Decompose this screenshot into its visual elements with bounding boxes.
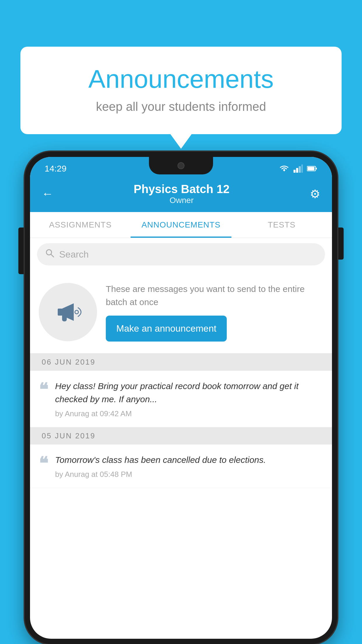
announcement-item-1[interactable]: ❝ Hey class! Bring your practical record…	[30, 371, 332, 427]
make-announcement-button[interactable]: Make an announcement	[106, 316, 227, 342]
announcement-meta-1: by Anurag at 09:42 AM	[55, 409, 323, 418]
quote-icon-1: ❝	[39, 381, 48, 399]
announcement-item-2[interactable]: ❝ Tomorrow's class has been cancelled du…	[30, 444, 332, 488]
bubble-subtitle: keep all your students informed	[44, 100, 318, 114]
svg-point-11	[75, 310, 78, 314]
svg-line-9	[51, 254, 54, 257]
status-time: 14:29	[45, 164, 66, 174]
svg-rect-6	[316, 168, 317, 169]
settings-button[interactable]: ⚙	[310, 187, 320, 201]
search-bar[interactable]: Search	[37, 243, 325, 265]
megaphone-icon	[53, 298, 82, 327]
svg-rect-10	[58, 309, 62, 316]
promo-text-group: These are messages you want to send to t…	[106, 282, 323, 342]
signal-icon	[294, 164, 303, 173]
tab-announcements[interactable]: ANNOUNCEMENTS	[131, 212, 231, 238]
status-icons	[279, 164, 317, 173]
svg-rect-1	[294, 170, 296, 173]
quote-icon-2: ❝	[39, 455, 48, 473]
svg-rect-7	[307, 167, 314, 170]
bubble-title: Announcements	[44, 64, 318, 94]
header-subtitle: Owner	[53, 196, 310, 205]
back-button[interactable]: ←	[42, 187, 53, 200]
phone-container: 14:29	[25, 152, 337, 644]
wifi-icon	[279, 164, 289, 173]
announcement-text-2: Tomorrow's class has been cancelled due …	[55, 453, 323, 466]
search-placeholder: Search	[59, 249, 89, 260]
header-title-group: Physics Batch 12 Owner	[53, 183, 310, 205]
svg-rect-2	[296, 168, 298, 173]
announcement-text-group-2: Tomorrow's class has been cancelled due …	[55, 453, 323, 479]
announcement-meta-2: by Anurag at 05:48 PM	[55, 470, 323, 479]
search-container: Search	[30, 238, 332, 271]
battery-icon	[307, 166, 317, 172]
phone-screen: 14:29	[30, 157, 332, 639]
promo-card: These are messages you want to send to t…	[30, 271, 332, 354]
search-icon	[45, 249, 55, 260]
announcement-icon-circle	[39, 283, 97, 341]
speech-bubble: Announcements keep all your students inf…	[20, 47, 342, 134]
date-separator-1: 06 JUN 2019	[30, 354, 332, 371]
camera-dot	[178, 162, 184, 169]
announcement-text-1: Hey class! Bring your practical record b…	[55, 379, 323, 406]
phone-outer: 14:29	[25, 152, 337, 644]
app-header: ← Physics Batch 12 Owner ⚙	[30, 177, 332, 212]
svg-rect-3	[299, 166, 301, 173]
phone-content: 14:29	[30, 157, 332, 639]
svg-marker-0	[283, 169, 285, 172]
announcement-text-group-1: Hey class! Bring your practical record b…	[55, 379, 323, 418]
speech-bubble-section: Announcements keep all your students inf…	[20, 47, 342, 134]
svg-rect-4	[301, 164, 303, 173]
tab-tests[interactable]: TESTS	[231, 212, 332, 238]
tabs-container: ASSIGNMENTS ANNOUNCEMENTS TESTS	[30, 212, 332, 238]
header-title: Physics Batch 12	[53, 183, 310, 196]
tab-assignments[interactable]: ASSIGNMENTS	[30, 212, 131, 238]
phone-notch	[149, 157, 213, 174]
promo-description: These are messages you want to send to t…	[106, 282, 323, 309]
date-separator-2: 05 JUN 2019	[30, 427, 332, 444]
